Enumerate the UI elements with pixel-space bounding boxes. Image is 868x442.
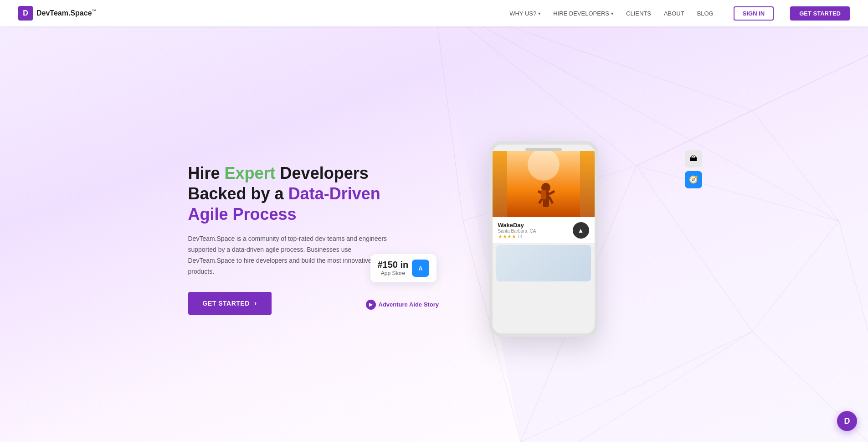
logo[interactable]: D DevTeam.Space™ [18, 6, 97, 21]
user-avatar-button[interactable]: D [837, 411, 857, 431]
phone-sidebar: 🏔 🧭 [685, 150, 702, 188]
signin-button[interactable]: SIGN IN [734, 6, 774, 21]
arrow-right-icon: › [254, 299, 257, 307]
nav-about[interactable]: ABOUT [664, 10, 684, 17]
nav-hire-developers[interactable]: HIRE DEVELOPERS ▾ [553, 10, 613, 17]
phone-app-details: WakeDay Santa Barbara, CA ★★★★ 14 [498, 222, 536, 239]
logo-icon: D [18, 6, 33, 21]
get-started-nav-button[interactable]: GET STARTED [790, 6, 850, 21]
navbar: D DevTeam.Space™ WHY US? ▾ HIRE DEVELOPE… [0, 0, 868, 26]
phone-sidebar-compass-icon: 🧭 [685, 171, 702, 188]
phone-mockup: WakeDay Santa Barbara, CA ★★★★ 14 ▲ [489, 141, 598, 337]
hero-title: Hire Expert Developers Backed by a Data-… [188, 163, 407, 224]
svg-text:A: A [419, 265, 423, 272]
phone-app-icon: ▲ [573, 222, 589, 239]
chevron-down-icon: ▾ [538, 11, 540, 16]
svg-rect-27 [541, 190, 546, 199]
phone-hero-image-svg [507, 151, 580, 217]
play-icon: ▶ [366, 300, 376, 310]
nav-why-us[interactable]: WHY US? ▾ [509, 10, 540, 17]
app-store-rank-badge: #150 in App Store A [370, 254, 437, 282]
hero-content: Hire Expert Developers Backed by a Data-… [161, 104, 708, 364]
phone-app-image [493, 151, 595, 217]
chevron-down-icon: ▾ [611, 11, 613, 16]
nav-blog[interactable]: BLOG [697, 10, 714, 17]
hero-description: DevTeam.Space is a community of top-rate… [188, 234, 389, 277]
hero-right: WakeDay Santa Barbara, CA ★★★★ 14 ▲ 🏔 🧭 [407, 141, 680, 337]
nav-links: WHY US? ▾ HIRE DEVELOPERS ▾ CLIENTS ABOU… [509, 6, 850, 21]
hero-section: Hire Expert Developers Backed by a Data-… [0, 0, 868, 442]
phone-bottom-card [496, 245, 591, 281]
adventure-aide-link[interactable]: ▶ Adventure Aide Story [366, 300, 439, 310]
hero-left: Hire Expert Developers Backed by a Data-… [188, 163, 407, 314]
logo-text: DevTeam.Space™ [36, 9, 97, 17]
hero-get-started-button[interactable]: GET STARTED › [188, 292, 272, 315]
app-store-icon: A [412, 260, 429, 277]
phone-app-info: WakeDay Santa Barbara, CA ★★★★ 14 ▲ [493, 217, 595, 243]
nav-clients[interactable]: CLIENTS [626, 10, 651, 17]
phone-sidebar-mountain-icon: 🏔 [685, 150, 702, 167]
